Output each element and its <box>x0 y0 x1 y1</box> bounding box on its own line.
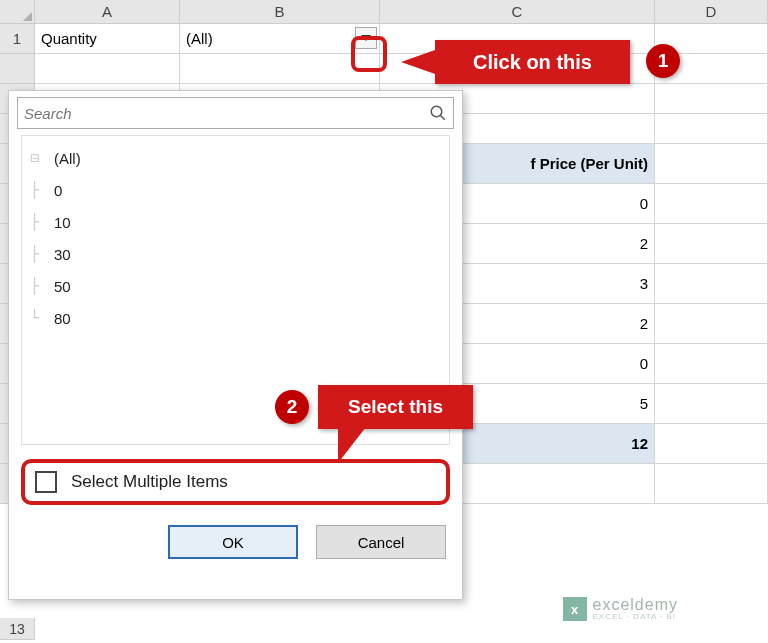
col-header-A[interactable]: A <box>35 0 180 24</box>
watermark-sub: EXCEL · DATA · BI <box>593 613 678 621</box>
select-multiple-checkbox[interactable] <box>35 471 57 493</box>
filter-dropdown-button[interactable] <box>355 27 377 49</box>
svg-point-0 <box>431 106 442 117</box>
col-header-D[interactable]: D <box>655 0 768 24</box>
select-multiple-label: Select Multiple Items <box>71 472 228 492</box>
filter-dropdown-popup: ⊟(All) ├0 ├10 ├30 ├50 └80 Select Multipl… <box>8 90 463 600</box>
annotation-badge-2: 2 <box>275 390 309 424</box>
select-all-corner[interactable] <box>0 0 35 24</box>
watermark-main: exceldemy <box>593 597 678 613</box>
tree-item-10[interactable]: ├10 <box>26 206 445 238</box>
watermark-icon: x <box>563 597 587 621</box>
search-field-wrap[interactable] <box>17 97 454 129</box>
tree-item-all[interactable]: ⊟(All) <box>26 142 445 174</box>
tree-item-30[interactable]: ├30 <box>26 238 445 270</box>
row-header-13[interactable]: 13 <box>0 618 35 640</box>
ok-button[interactable]: OK <box>168 525 298 559</box>
pivot-filter-field[interactable]: Quantity <box>35 24 180 54</box>
dialog-buttons: OK Cancel <box>9 515 462 573</box>
pivot-filter-value[interactable]: (All) <box>180 24 380 54</box>
tree-item-50[interactable]: ├50 <box>26 270 445 302</box>
col-header-C[interactable]: C <box>380 0 655 24</box>
tree-item-80[interactable]: └80 <box>26 302 445 334</box>
row-header-1[interactable]: 1 <box>0 24 35 54</box>
search-icon <box>429 104 447 122</box>
annotation-callout-1: Click on this <box>435 40 630 84</box>
row-13: 13 <box>0 618 35 640</box>
tree-item-0[interactable]: ├0 <box>26 174 445 206</box>
select-multiple-items-wrap[interactable]: Select Multiple Items <box>21 459 450 505</box>
watermark: x exceldemy EXCEL · DATA · BI <box>563 597 678 621</box>
cancel-button[interactable]: Cancel <box>316 525 446 559</box>
col-header-B[interactable]: B <box>180 0 380 24</box>
column-headers: A B C D <box>0 0 768 24</box>
annotation-badge-1: 1 <box>646 44 680 78</box>
pivot-filter-value-text: (All) <box>186 30 213 47</box>
svg-line-1 <box>440 115 445 120</box>
annotation-callout-2: Select this <box>318 385 473 429</box>
search-input[interactable] <box>24 105 429 122</box>
